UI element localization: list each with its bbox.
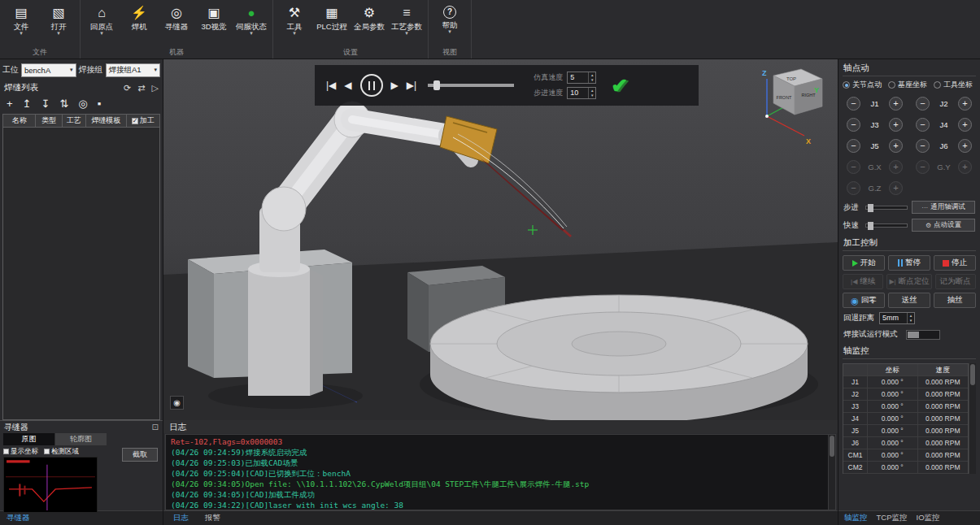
tab-alarm[interactable]: 报警 bbox=[205, 513, 220, 523]
reorder-button[interactable]: ⇅ bbox=[59, 98, 68, 110]
tab-original-image[interactable]: 原图 bbox=[3, 433, 54, 445]
toolbar-button-help[interactable]: ? 帮助 ▾ bbox=[431, 2, 468, 46]
detect-region-checkbox[interactable]: 检测区域 bbox=[44, 447, 79, 457]
radio-tool-coords[interactable]: 工具坐标 bbox=[934, 80, 973, 90]
jog-plus-button[interactable]: + bbox=[958, 118, 972, 132]
toolbar-button-process-params[interactable]: ≡ 工艺参数 ▾ bbox=[388, 2, 425, 46]
toolbar-button-seam-finder[interactable]: ◎ 寻缝器 bbox=[158, 2, 195, 46]
jog-minus-button[interactable]: − bbox=[916, 160, 930, 174]
jog-plus-button[interactable]: + bbox=[958, 97, 972, 111]
tab-axis-monitor[interactable]: 轴监控 bbox=[844, 513, 868, 523]
jog-plus-button[interactable]: + bbox=[958, 160, 972, 174]
tab-io-monitor[interactable]: IO监控 bbox=[917, 513, 940, 523]
resume-button[interactable]: |◀继续 bbox=[843, 274, 883, 289]
slider-thumb[interactable] bbox=[868, 204, 873, 212]
jog-minus-button[interactable]: − bbox=[847, 97, 860, 111]
retract-distance-spinner[interactable]: 5mm ▲▼ bbox=[879, 312, 915, 324]
refresh-icon[interactable]: ⟳ bbox=[124, 83, 131, 93]
jog-minus-button[interactable]: − bbox=[916, 118, 930, 132]
move-bottom-button[interactable]: ↧ bbox=[41, 98, 50, 110]
laser-profile-image[interactable] bbox=[3, 457, 98, 513]
skip-start-button[interactable]: |◀ bbox=[326, 80, 336, 91]
toolbar-button-servo-status[interactable]: ● 伺服状态 ▾ bbox=[233, 2, 270, 46]
log-body[interactable]: Ret=-102,Flags=0x0000003 (04/26 09:24:59… bbox=[165, 434, 836, 510]
jog-minus-button[interactable]: − bbox=[847, 160, 860, 174]
test-run-mode-toggle[interactable] bbox=[906, 330, 940, 340]
toolbar-label: 寻缝器 bbox=[165, 22, 189, 31]
step-slider[interactable] bbox=[865, 206, 908, 210]
wire-feed-button[interactable]: 送丝 bbox=[888, 293, 930, 308]
target-button[interactable]: ◎ bbox=[78, 98, 87, 110]
toolbar-button-open[interactable]: ▧ 打开 ▾ bbox=[40, 2, 77, 46]
station-select[interactable]: benchA ▾ bbox=[21, 63, 76, 77]
toolbar-button-home-origin[interactable]: ⌂ 回原点 ▾ bbox=[83, 2, 120, 46]
tab-tcp-monitor[interactable]: TCP监控 bbox=[877, 513, 908, 523]
pause-button[interactable] bbox=[360, 74, 383, 97]
skip-end-button[interactable]: ▶| bbox=[407, 80, 416, 91]
sim-speed-spinner[interactable]: 5 ▲▼ bbox=[567, 72, 596, 84]
add-seam-button[interactable]: + bbox=[7, 98, 13, 110]
scrollbar-thumb[interactable] bbox=[830, 436, 834, 457]
mark-breakpoint-button[interactable]: 记为断点 bbox=[935, 274, 976, 289]
stop-button[interactable]: 停止 bbox=[934, 255, 976, 271]
toolbar-button-global-params[interactable]: ⚙ 全局参数 bbox=[351, 2, 388, 46]
step-speed-spinner[interactable]: 10 ▲▼ bbox=[567, 87, 596, 99]
axis-debug-button[interactable]: ···通用轴调试 bbox=[912, 201, 975, 214]
tab-log[interactable]: 日志 bbox=[173, 513, 189, 523]
run-list-icon[interactable]: ▷ bbox=[152, 83, 159, 93]
swap-icon[interactable]: ⇄ bbox=[137, 83, 145, 93]
timeline-slider-thumb[interactable] bbox=[433, 80, 440, 90]
log-scrollbar[interactable] bbox=[828, 435, 835, 510]
jog-plus-button[interactable]: + bbox=[889, 139, 903, 153]
toolbar-button-file[interactable]: ▤ 文件 ▾ bbox=[2, 2, 40, 46]
scrollbar-thumb[interactable] bbox=[970, 364, 975, 385]
stop-button[interactable]: ▪ bbox=[98, 98, 102, 110]
weld-group-select[interactable]: 焊接组A1 ▾ bbox=[106, 63, 161, 77]
jog-minus-button[interactable]: − bbox=[847, 118, 860, 132]
jog-minus-button[interactable]: − bbox=[916, 139, 930, 153]
tab-seam-finder[interactable]: 寻缝器 bbox=[7, 513, 30, 523]
fast-slider[interactable] bbox=[865, 223, 908, 228]
radio-joint-jog[interactable]: 关节点动 bbox=[843, 80, 882, 90]
home-zero-button[interactable]: ◉回零 bbox=[843, 293, 885, 308]
viewport-3d[interactable]: |◀ ◀ ▶ ▶| 仿真速度 5 ▲▼ 步进速度 10 ▲▼ bbox=[163, 59, 838, 420]
jog-minus-button[interactable]: − bbox=[847, 181, 860, 195]
toolbar-button-3d-vision[interactable]: ▣ 3D视觉 bbox=[195, 2, 233, 46]
jog-plus-button[interactable]: + bbox=[958, 139, 972, 153]
spin-down-icon[interactable]: ▼ bbox=[589, 78, 595, 83]
pause-button[interactable]: 暂停 bbox=[888, 255, 930, 271]
capture-button[interactable]: 截取 bbox=[122, 448, 158, 462]
step-back-button[interactable]: ◀ bbox=[344, 80, 351, 91]
jog-settings-button[interactable]: ⚙点动设置 bbox=[912, 219, 975, 232]
jog-plus-button[interactable]: + bbox=[889, 181, 903, 195]
camera-snapshot-button[interactable]: ◉ bbox=[170, 396, 184, 410]
expand-icon[interactable]: ⊡ bbox=[152, 423, 159, 432]
toolbar-button-plc-process[interactable]: ▦ PLC过程 bbox=[313, 2, 351, 46]
radio-base-coords[interactable]: 基座坐标 bbox=[888, 80, 927, 90]
axis-speed: 0.000 RPM bbox=[918, 413, 969, 425]
toolbar-button-tools[interactable]: ⚒ 工具 ▾ bbox=[276, 2, 313, 46]
jog-plus-button[interactable]: + bbox=[889, 118, 903, 132]
toolbar-button-welder[interactable]: ⚡ 焊机 bbox=[120, 2, 158, 46]
spin-down-icon[interactable]: ▼ bbox=[908, 319, 914, 323]
monitor-scrollbar[interactable] bbox=[969, 363, 976, 474]
step-forward-button[interactable]: ▶ bbox=[391, 80, 399, 91]
toggle-thumb[interactable] bbox=[908, 332, 919, 338]
wire-retract-button[interactable]: 抽丝 bbox=[934, 293, 976, 308]
tab-contour-image[interactable]: 轮廓图 bbox=[55, 433, 107, 445]
show-coords-checkbox[interactable]: 显示坐标 bbox=[3, 447, 38, 457]
start-button[interactable]: 开始 bbox=[843, 255, 885, 271]
move-top-button[interactable]: ↥ bbox=[23, 98, 32, 110]
control-row-2: |◀继续 ▶|断点定位 记为断点 bbox=[843, 272, 976, 291]
orientation-cube[interactable]: TOP FRONT RIGHT Z Y X bbox=[751, 66, 828, 147]
timeline-slider[interactable] bbox=[428, 84, 514, 87]
slider-thumb[interactable] bbox=[868, 222, 873, 230]
machining-all-checkbox[interactable] bbox=[132, 118, 138, 124]
jog-plus-button[interactable]: + bbox=[889, 160, 903, 174]
jog-minus-button[interactable]: − bbox=[847, 139, 860, 153]
jog-minus-button[interactable]: − bbox=[916, 97, 930, 111]
breakpoint-locate-button[interactable]: ▶|断点定位 bbox=[886, 274, 931, 289]
spin-down-icon[interactable]: ▼ bbox=[589, 93, 595, 98]
jog-plus-button[interactable]: + bbox=[889, 97, 903, 111]
seam-table-body[interactable] bbox=[3, 128, 159, 419]
